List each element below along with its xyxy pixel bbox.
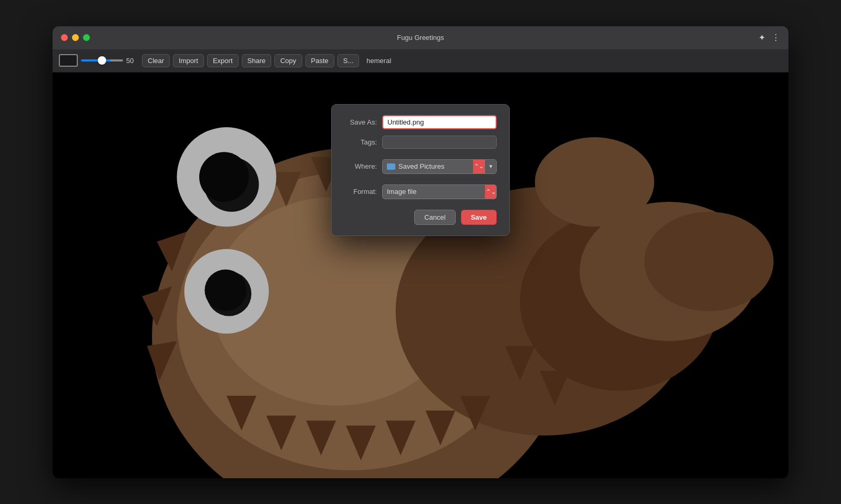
menu-icon[interactable]: ⋮ [772,33,780,43]
ephemeral-text: hemeral [366,57,391,65]
folder-icon [387,163,395,170]
save-button[interactable]: Save [461,210,497,225]
where-label: Where: [344,162,382,170]
where-stepper-button[interactable]: ⌃⌄ [473,160,485,173]
where-select-inner: Saved Pictures [383,162,473,170]
format-select[interactable]: Image file ⌃⌄ [382,184,497,199]
format-stepper-button[interactable]: ⌃⌄ [485,185,496,199]
brush-size-value: 50 [126,57,139,65]
format-label: Format: [344,188,382,196]
tags-row: Tags: [344,136,497,149]
brush-size-control: 50 [81,57,139,65]
format-row: Format: Image file ⌃⌄ [344,184,497,199]
canvas-area[interactable]: Save As: Tags: Where: S [53,73,788,478]
minimize-button[interactable] [72,34,79,41]
format-value: Image file [383,188,485,196]
titlebar-actions: ✦ ⋮ [758,33,780,43]
toolbar: 50 Clear Import Export Share Copy Paste … [53,49,788,73]
import-button[interactable]: Import [173,54,204,67]
color-swatch[interactable] [59,54,78,67]
titlebar: Fugu Greetings ✦ ⋮ [53,26,788,49]
filename-input[interactable] [382,115,497,129]
where-value: Saved Pictures [398,162,469,170]
app-window: Fugu Greetings ✦ ⋮ 50 Clear Import Expor… [53,26,788,478]
tags-label: Tags: [344,138,382,146]
export-button[interactable]: Export [207,54,239,67]
maximize-button[interactable] [83,34,90,41]
share-button[interactable]: Share [242,54,272,67]
tags-input[interactable] [382,136,497,149]
save-as-label: Save As: [344,118,382,126]
copy-button[interactable]: Copy [274,54,302,67]
clear-button[interactable]: Clear [142,54,170,67]
close-button[interactable] [61,34,68,41]
extra-button[interactable]: S... [337,54,360,67]
cancel-button[interactable]: Cancel [414,210,455,225]
modal-overlay: Save As: Tags: Where: S [53,73,788,478]
save-dialog: Save As: Tags: Where: S [331,104,510,236]
traffic-lights [61,34,90,41]
dialog-buttons: Cancel Save [344,210,497,225]
extensions-icon[interactable]: ✦ [758,33,765,43]
where-select[interactable]: Saved Pictures ⌃⌄ ▾ [382,159,497,174]
brush-size-slider[interactable] [81,59,123,61]
save-as-row: Save As: [344,115,497,129]
paste-button[interactable]: Paste [305,54,334,67]
window-title: Fugu Greetings [397,34,444,42]
where-expand-button[interactable]: ▾ [485,160,496,173]
where-row: Where: Saved Pictures ⌃⌄ ▾ [344,159,497,174]
